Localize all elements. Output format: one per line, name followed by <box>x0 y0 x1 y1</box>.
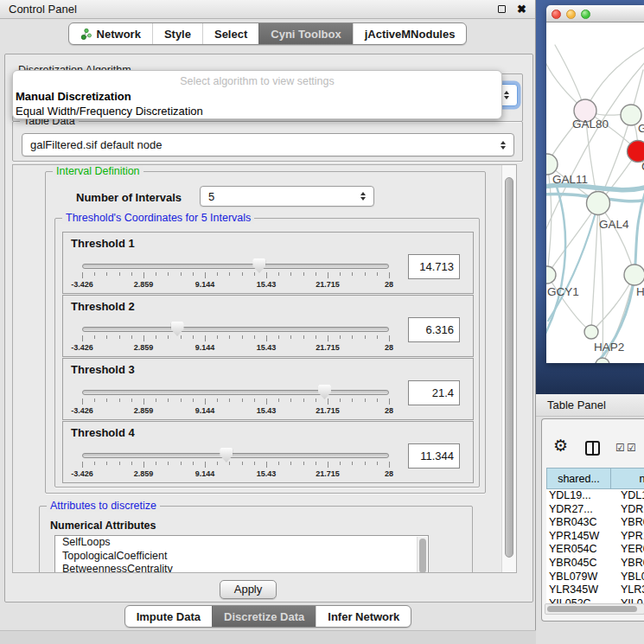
numerical-attributes-label: Numerical Attributes <box>50 520 156 532</box>
algorithm-option-manual-discretization[interactable]: Manual Discretization <box>13 89 501 104</box>
tab-cyni-toolbox[interactable]: Cyni Toolbox <box>258 23 352 44</box>
tab-jactivemnodules[interactable]: jActiveMNodules <box>353 23 467 44</box>
threshold-value-field[interactable]: 11.344 <box>408 443 460 469</box>
slider-tick <box>303 272 304 276</box>
slider-track[interactable] <box>82 390 389 395</box>
number-of-intervals-combo[interactable]: 5 <box>200 186 374 207</box>
slider-track[interactable] <box>82 264 389 269</box>
tab-discretize-data[interactable]: Discretize Data <box>212 606 316 627</box>
control-panel-titlebar: Control Panel ✖ <box>0 0 535 19</box>
tab-label: Infer Network <box>328 610 399 623</box>
tab-style[interactable]: Style <box>152 23 202 44</box>
slider-thumb[interactable] <box>220 448 233 462</box>
table-row[interactable]: YER054CYER0 <box>546 543 644 557</box>
slider-tick <box>143 272 144 278</box>
gear-icon[interactable]: ⚙ <box>553 437 568 454</box>
algorithm-option-equal-width-frequency-discretization[interactable]: Equal Width/Frequency Discretization <box>13 104 501 118</box>
network-edge[interactable] <box>547 203 598 275</box>
scrollbar-thumb[interactable] <box>505 177 513 558</box>
threshold-label: Threshold 2 <box>71 300 135 313</box>
slider-tick <box>389 399 390 405</box>
column-header-na[interactable]: na <box>611 468 644 489</box>
slider-track[interactable] <box>82 327 389 332</box>
slider-tick <box>340 335 341 339</box>
network-node[interactable] <box>596 358 609 363</box>
slider-track[interactable] <box>82 453 389 458</box>
table-row[interactable]: YPR145WYPR1 <box>546 530 644 544</box>
slider-tick <box>316 335 316 339</box>
tab-label: Impute Data <box>137 610 201 623</box>
float-window-icon[interactable] <box>498 5 506 13</box>
scrollbar-thumb[interactable] <box>419 539 426 573</box>
slider-tick <box>340 399 341 402</box>
column-layout-icon[interactable] <box>585 441 600 456</box>
slider-tick <box>278 335 279 339</box>
table-row[interactable]: YDL19...YDL1 <box>546 489 644 503</box>
slider-thumb[interactable] <box>318 385 331 399</box>
network-node-c[interactable] <box>628 141 644 163</box>
table-horizontal-scrollbar[interactable] <box>545 603 644 615</box>
checkbox-icon[interactable]: ☑ <box>627 443 636 453</box>
network-node-gcy1[interactable] <box>546 266 556 284</box>
slider-tick <box>365 399 366 402</box>
table-row[interactable]: YBL079WYBL0 <box>546 571 644 584</box>
tab-impute-data[interactable]: Impute Data <box>125 606 212 627</box>
slider-tick <box>328 272 328 278</box>
tick-label: 9.144 <box>195 343 215 352</box>
table-row[interactable]: YBR043CYBR0 <box>546 516 644 530</box>
apply-button[interactable]: Apply <box>220 580 277 599</box>
settings-panel-scrollbar[interactable] <box>501 165 516 572</box>
slider-tick <box>181 272 182 276</box>
threshold-value-field[interactable]: 14.713 <box>408 254 460 279</box>
slider-tick <box>278 272 279 276</box>
slider-tick <box>242 462 243 465</box>
slider-thumb[interactable] <box>252 258 265 273</box>
table-data-value: galFiltered.sif default node <box>22 138 497 151</box>
tick-label: 21.715 <box>316 406 340 415</box>
slider-tick <box>229 335 230 339</box>
scrollbar-thumb[interactable] <box>547 606 637 612</box>
attribute-item-selfloops[interactable]: SelfLoops <box>55 536 428 550</box>
slider-tick <box>290 462 291 465</box>
network-node-gal4[interactable] <box>587 192 610 215</box>
slider-tick <box>377 399 378 402</box>
table-row[interactable]: YLR345WYLR3 <box>546 583 644 597</box>
threshold-value-field[interactable]: 6.316 <box>408 317 460 342</box>
checkbox-icon[interactable]: ☑ <box>615 443 625 453</box>
tab-infer-network[interactable]: Infer Network <box>316 606 411 627</box>
cyni-toolbox-panel: Discretization Algorithm Select algorith… <box>4 54 533 603</box>
attributes-list-scrollbar[interactable] <box>417 537 427 573</box>
slider-thumb[interactable] <box>171 322 184 336</box>
thresholds-fieldset: Threshold's Coordinates for 5 Intervals … <box>54 218 480 488</box>
network-graph[interactable]: GAL80GACGAL11GAL4GCY1HHAP2 <box>546 22 644 363</box>
tab-network[interactable]: Network <box>69 23 152 44</box>
tab-label: Select <box>214 28 247 41</box>
tab-select[interactable]: Select <box>202 23 258 44</box>
zoom-traffic-light-icon[interactable] <box>581 10 590 19</box>
close-traffic-light-icon[interactable] <box>552 10 561 19</box>
threshold-value-field[interactable]: 21.4 <box>408 380 460 405</box>
close-icon[interactable]: ✖ <box>517 3 526 15</box>
algorithm-dropdown-hint: Select algorithm to view settings <box>13 71 501 89</box>
minimize-traffic-light-icon[interactable] <box>566 10 576 19</box>
settings-scroll-panel: Interval Definition Number of Intervals … <box>12 164 517 573</box>
slider-tick <box>229 399 230 402</box>
slider-tick <box>316 462 316 465</box>
table-row[interactable]: YBR045CYBR0 <box>546 557 644 571</box>
network-node-hap2[interactable] <box>584 325 598 339</box>
table-data-combo[interactable]: galFiltered.sif default node <box>22 133 514 156</box>
slider-tick <box>365 335 366 339</box>
table-row[interactable]: YDR27...YDR2 <box>546 503 644 517</box>
network-node-h[interactable] <box>624 265 644 285</box>
slider-tick <box>131 399 132 402</box>
column-header-shared-[interactable]: shared... <box>546 468 611 489</box>
attribute-item-topologicalcoefficient[interactable]: TopologicalCoefficient <box>55 550 428 564</box>
table-panel: Table Panel ⚙ ☑ ☑ shared...na YDL19...YD… <box>536 394 644 644</box>
network-canvas[interactable]: GAL80GACGAL11GAL4GCY1HHAP2 <box>546 22 644 363</box>
slider-tick <box>119 272 120 276</box>
numerical-attributes-list[interactable]: SelfLoopsTopologicalCoefficientBetweenne… <box>54 535 429 573</box>
attribute-item-betweennesscentrality[interactable]: BetweennessCentrality <box>55 563 428 573</box>
table-cell: YBR0 <box>611 557 644 571</box>
interval-definition-fieldset: Interval Definition Number of Intervals … <box>45 171 486 494</box>
network-edge[interactable] <box>546 185 644 189</box>
